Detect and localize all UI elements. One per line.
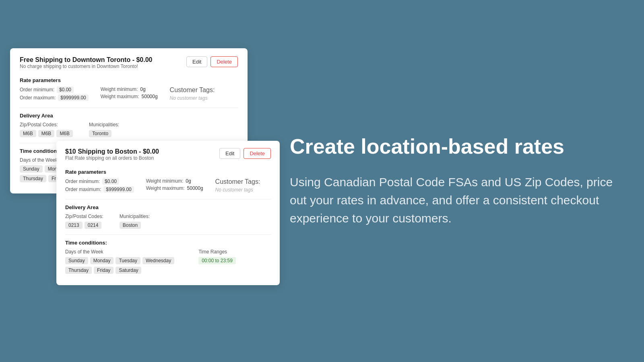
- card-2-day-friday: Friday: [94, 267, 114, 274]
- card-2-tags-empty: No customer tags: [215, 187, 260, 193]
- card-1-muni-tag-1: Toronto: [89, 130, 111, 137]
- card-2-muni-tags: Boston: [120, 222, 150, 229]
- card-2-params-grid: Order minimum: $0.00 Order maximum: $999…: [65, 178, 271, 193]
- card-1-muni-tags: Toronto: [89, 130, 119, 137]
- card-1-title-group: Free Shipping to Downtown Toronto - $0.0…: [20, 56, 152, 76]
- card-2-order-min-label: Order minimum:: [65, 179, 100, 184]
- card-1-weight-max-value: 50000g: [142, 94, 158, 99]
- right-section: Create location-based rates Using Canadi…: [274, 111, 644, 252]
- card-1-area-row: Zip/Postal Codes: M6B M6B M6B Municipali…: [20, 122, 238, 137]
- card-2-weight-max-row: Weight maximum: 50000g: [146, 185, 203, 191]
- card-2-muni-col: Municipalities: Boston: [120, 214, 150, 229]
- card-1-order-col: Order minimum: $0.00 Order maximum: $999…: [20, 86, 89, 101]
- card-1-params-grid: Order minimum: $0.00 Order maximum: $999…: [20, 86, 238, 101]
- card-1-order-min-value: $0.00: [57, 86, 74, 93]
- card-1-order-min-row: Order minimum: $0.00: [20, 86, 89, 93]
- card-2-rate-params-title: Rate parameters: [65, 169, 271, 175]
- card-2-zip-col: Zip/Postal Codes: 0213 0214: [65, 214, 103, 229]
- card-2-day-thursday: Thursday: [65, 267, 92, 274]
- card-1-order-max-row: Order maximum: $999999.00: [20, 95, 89, 101]
- card-1-weight-min-label: Weight minimum:: [101, 86, 138, 92]
- card-1-delivery-area: Delivery Area Zip/Postal Codes: M6B M6B …: [20, 113, 238, 137]
- card-2-range-tags: 00:00 to 23:59: [198, 257, 236, 264]
- card-2-title: $10 Shipping to Boston - $0.00: [65, 148, 159, 155]
- card-1-zip-tag-1: M6B: [20, 130, 36, 137]
- card-1-actions: Edit Delete: [186, 56, 238, 67]
- card-2-edit-button[interactable]: Edit: [219, 148, 240, 159]
- card-1-title: Free Shipping to Downtown Toronto - $0.0…: [20, 56, 152, 64]
- card-1-tags-empty: No customer tags: [170, 95, 215, 101]
- card-2-ranges-label: Time Ranges: [198, 249, 236, 255]
- card-1-delivery-title: Delivery Area: [20, 113, 238, 119]
- card-1-header: Free Shipping to Downtown Toronto - $0.0…: [20, 56, 238, 76]
- card-1-zip-label: Zip/Postal Codes:: [20, 122, 73, 128]
- card-2-days-label: Days of the Week: [65, 249, 174, 255]
- card-1-order-max-label: Order maximum:: [20, 95, 56, 101]
- card-2-order-max-row: Order maximum: $999999.00: [65, 186, 134, 193]
- card-2-delete-button[interactable]: Delete: [244, 148, 271, 159]
- card-1-muni-label: Municipalities:: [89, 122, 119, 128]
- card-2-order-min-row: Order minimum: $0.00: [65, 178, 134, 185]
- card-2-zip-tag-2: 0214: [85, 222, 102, 229]
- card-2-zip-tags: 0213 0214: [65, 222, 103, 229]
- card-1-tags-col: Customer Tags: No customer tags: [170, 86, 215, 101]
- card-1-weight-min-row: Weight minimum: 0g: [101, 86, 158, 92]
- card-1-day-thursday: Thursday: [20, 175, 46, 182]
- card-1-zip-tag-2: M6B: [38, 130, 55, 137]
- card-1-divider-1: [20, 107, 238, 108]
- card-1-rate-params-title: Rate parameters: [20, 77, 238, 83]
- card-2-muni-tag-1: Boston: [120, 222, 141, 229]
- main-heading: Create location-based rates: [290, 135, 620, 159]
- card-2-title-group: $10 Shipping to Boston - $0.00 Flat Rate…: [65, 148, 159, 167]
- card-2-weight-col: Weight minimum: 0g Weight maximum: 50000…: [146, 178, 203, 193]
- card-2-weight-min-value: 0g: [186, 178, 191, 184]
- card-1-weight-min-value: 0g: [140, 86, 145, 92]
- card-2-day-wednesday: Wednesday: [142, 257, 174, 264]
- card-2-day-sunday: Sunday: [65, 257, 88, 264]
- card-1-subtitle: No charge shipping to customers in Downt…: [20, 64, 152, 69]
- card-boston-shipping: $10 Shipping to Boston - $0.00 Flat Rate…: [56, 141, 280, 285]
- card-2-order-min-value: $0.00: [102, 178, 119, 185]
- card-2-ranges-col: Time Ranges 00:00 to 23:59: [198, 249, 236, 274]
- card-1-order-max-value: $999999.00: [58, 95, 88, 101]
- card-1-zip-col: Zip/Postal Codes: M6B M6B M6B: [20, 122, 73, 137]
- card-2-time-title: Time conditions:: [65, 240, 271, 246]
- card-2-actions: Edit Delete: [219, 148, 271, 159]
- card-1-delete-button[interactable]: Delete: [211, 56, 238, 67]
- card-2-header: $10 Shipping to Boston - $0.00 Flat Rate…: [65, 148, 271, 167]
- card-1-day-sunday: Sunday: [20, 165, 43, 173]
- card-2-subtitle: Flat Rate shipping on all orders to Bost…: [65, 155, 159, 161]
- card-2-weight-min-label: Weight minimum:: [146, 178, 183, 184]
- card-2-time-row: Days of the Week Sunday Monday Tuesday W…: [65, 249, 271, 274]
- card-1-tags-label: Customer Tags:: [170, 86, 215, 94]
- card-1-weight-col: Weight minimum: 0g Weight maximum: 50000…: [101, 86, 158, 101]
- card-2-time-conditions: Time conditions: Days of the Week Sunday…: [65, 240, 271, 274]
- card-2-day-saturday: Saturday: [116, 267, 141, 274]
- card-2-range-value: 00:00 to 23:59: [198, 257, 236, 264]
- card-2-days-row-1: Sunday Monday Tuesday Wednesday: [65, 257, 174, 264]
- card-2-area-row: Zip/Postal Codes: 0213 0214 Municipaliti…: [65, 214, 271, 229]
- card-2-order-col: Order minimum: $0.00 Order maximum: $999…: [65, 178, 134, 193]
- card-2-zip-tag-1: 0213: [65, 222, 83, 229]
- card-2-weight-max-label: Weight maximum:: [146, 185, 185, 191]
- card-1-zip-tag-3: M6B: [56, 130, 73, 137]
- card-1-weight-max-row: Weight maximum: 50000g: [101, 94, 158, 99]
- card-2-delivery-area: Delivery Area Zip/Postal Codes: 0213 021…: [65, 204, 271, 229]
- card-2-tags-label: Customer Tags:: [215, 178, 260, 185]
- card-2-divider-2: [65, 234, 271, 235]
- card-2-order-max-value: $999999.00: [103, 186, 134, 193]
- card-2-days-row-2: Thursday Friday Saturday: [65, 267, 174, 274]
- main-description: Using Canadian Postal Code FSAs and US Z…: [290, 173, 620, 227]
- card-2-zip-label: Zip/Postal Codes:: [65, 214, 103, 219]
- card-2-weight-min-row: Weight minimum: 0g: [146, 178, 203, 184]
- card-2-tags-col: Customer Tags: No customer tags: [215, 178, 260, 193]
- card-2-day-tuesday: Tuesday: [116, 257, 140, 264]
- card-1-weight-max-label: Weight maximum:: [101, 94, 139, 99]
- left-section: Free Shipping to Downtown Toronto - $0.0…: [0, 0, 274, 362]
- card-2-delivery-title: Delivery Area: [65, 204, 271, 210]
- card-2-divider-1: [65, 199, 271, 200]
- card-2-day-monday: Monday: [90, 257, 114, 264]
- card-1-edit-button[interactable]: Edit: [186, 56, 207, 67]
- card-1-muni-col: Municipalities: Toronto: [89, 122, 119, 137]
- card-2-order-max-label: Order maximum:: [65, 187, 101, 192]
